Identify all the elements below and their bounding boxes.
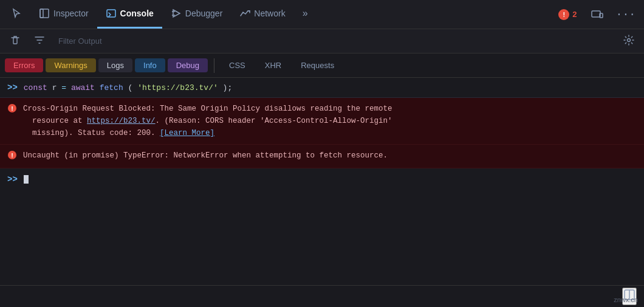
options-icon: ··· [616, 9, 635, 21]
badge-dot: ! [558, 9, 569, 20]
svg-rect-1 [40, 9, 43, 18]
clear-console-button[interactable] [5, 32, 26, 50]
console-icon [106, 8, 117, 19]
responsive-icon [591, 8, 604, 21]
filter-output-input[interactable] [53, 34, 615, 48]
string-url: 'https://b23.tv/' [137, 83, 218, 92]
punct-open: ( [128, 83, 133, 92]
nav-label-debugger: Debugger [185, 9, 223, 18]
responsive-design-button[interactable] [584, 8, 610, 21]
nav-more-button[interactable]: » [294, 0, 317, 29]
svg-point-8 [628, 38, 631, 41]
tab-warnings[interactable]: Warnings [46, 58, 95, 72]
svg-rect-7 [600, 13, 603, 18]
tab-requests[interactable]: Requests [292, 58, 343, 72]
watermark: znwx.cn [614, 296, 638, 303]
tab-xhr[interactable]: XHR [256, 58, 290, 72]
bottom-bar [0, 285, 644, 307]
error-badge[interactable]: ! 2 [551, 9, 584, 20]
nav-item-network[interactable]: Network [231, 0, 293, 29]
svg-text:!: ! [10, 105, 15, 112]
learn-more-link[interactable]: [Learn More] [160, 129, 214, 137]
console-command-line: >> const r = await fetch ( 'https://b23.… [0, 78, 644, 98]
svg-rect-2 [107, 10, 115, 17]
svg-text:!: ! [10, 152, 15, 159]
console-input-row: >> [0, 168, 644, 190]
console-settings-button[interactable] [618, 32, 639, 50]
badge-count: 2 [572, 10, 577, 19]
input-cursor [24, 175, 29, 184]
command-code: const r = await fetch ( 'https://b23.tv/… [24, 83, 232, 92]
debugger-icon [171, 8, 182, 19]
main-area: Errors Warnings Logs Info Debug CSS XHR … [0, 29, 644, 307]
gear-icon [623, 35, 634, 48]
filter-icon [34, 35, 45, 48]
nav-item-debugger[interactable]: Debugger [162, 0, 231, 29]
error-block-typeerror: ! Uncaught (in promise) TypeError: Netwo… [0, 145, 644, 168]
tab-errors[interactable]: Errors [5, 58, 43, 72]
nav-label-inspector: Inspector [53, 9, 89, 18]
nav-item-inspector[interactable]: Inspector [30, 0, 97, 29]
keyword-const: const [24, 83, 47, 92]
tab-info[interactable]: Info [135, 58, 165, 72]
error-icon-2: ! [7, 150, 17, 163]
command-chevron: >> [7, 83, 18, 92]
toolbar [0, 29, 644, 53]
error-block-cors: ! Cross-Origin Request Blocked: The Same… [0, 98, 644, 145]
svg-marker-3 [173, 10, 180, 17]
network-icon [239, 8, 250, 19]
inspector-icon [39, 8, 50, 19]
filter-divider [214, 58, 214, 73]
punct-close: ); [223, 83, 233, 92]
keyword-await: await [71, 83, 95, 92]
nav-item-picker[interactable] [2, 0, 30, 29]
input-chevron: >> [7, 174, 18, 184]
top-navigation: Inspector Console Debugger [0, 0, 644, 29]
tab-css[interactable]: CSS [221, 58, 254, 72]
error-text-cors: Cross-Origin Request Blocked: The Same O… [23, 103, 637, 139]
filter-icon-button[interactable] [29, 32, 50, 50]
nav-item-console[interactable]: Console [97, 0, 162, 29]
tab-logs[interactable]: Logs [98, 58, 132, 72]
filter-tabs-bar: Errors Warnings Logs Info Debug CSS XHR … [0, 53, 644, 78]
nav-label-network: Network [254, 9, 285, 18]
cors-url-link[interactable]: https://b23.tv/ [87, 117, 156, 125]
trash-icon [10, 35, 21, 48]
nav-label-console: Console [120, 9, 154, 18]
options-button[interactable]: ··· [610, 9, 642, 21]
svg-rect-0 [40, 9, 49, 18]
error-text-typeerror: Uncaught (in promise) TypeError: Network… [23, 150, 637, 162]
func-fetch: fetch [100, 83, 123, 92]
cursor-icon [11, 8, 22, 19]
operator-equals: = [61, 83, 66, 92]
svg-rect-6 [592, 11, 600, 17]
tab-debug[interactable]: Debug [168, 58, 208, 72]
error-icon-1: ! [7, 103, 17, 116]
more-icon: » [303, 8, 308, 19]
